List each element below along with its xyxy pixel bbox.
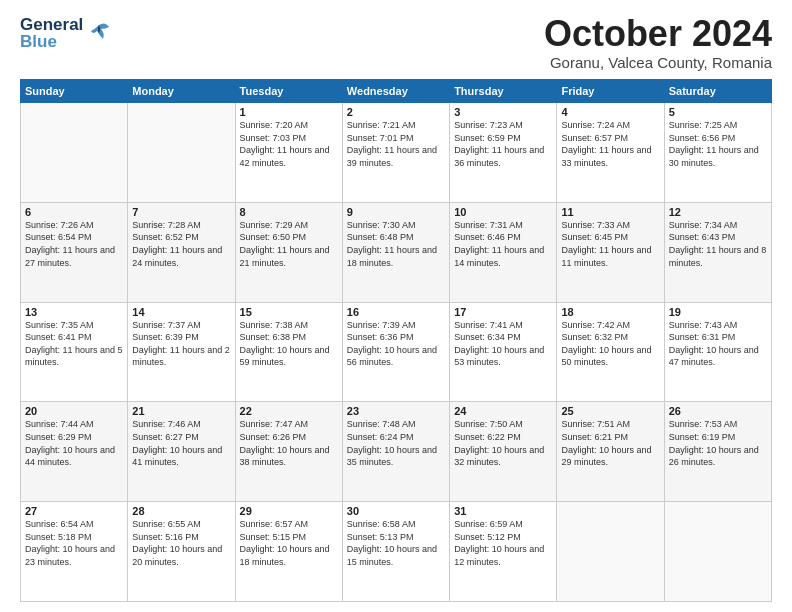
day-number: 16 [347,306,445,318]
col-tuesday: Tuesday [235,80,342,103]
day-number: 17 [454,306,552,318]
day-number: 9 [347,206,445,218]
day-info: Sunrise: 7:37 AMSunset: 6:39 PMDaylight:… [132,319,230,369]
day-number: 10 [454,206,552,218]
table-row: 29Sunrise: 6:57 AMSunset: 5:15 PMDayligh… [235,502,342,602]
table-row: 12Sunrise: 7:34 AMSunset: 6:43 PMDayligh… [664,202,771,302]
day-number: 26 [669,405,767,417]
logo-bird-icon [85,19,113,47]
day-info: Sunrise: 6:55 AMSunset: 5:16 PMDaylight:… [132,518,230,568]
day-info: Sunrise: 7:33 AMSunset: 6:45 PMDaylight:… [561,219,659,269]
table-row: 5Sunrise: 7:25 AMSunset: 6:56 PMDaylight… [664,103,771,203]
day-number: 22 [240,405,338,417]
calendar-row: 20Sunrise: 7:44 AMSunset: 6:29 PMDayligh… [21,402,772,502]
day-info: Sunrise: 7:24 AMSunset: 6:57 PMDaylight:… [561,119,659,169]
calendar-row: 6Sunrise: 7:26 AMSunset: 6:54 PMDaylight… [21,202,772,302]
day-info: Sunrise: 7:48 AMSunset: 6:24 PMDaylight:… [347,418,445,468]
page: General Blue October 2024 Goranu, Valcea… [0,0,792,612]
calendar-header-row: Sunday Monday Tuesday Wednesday Thursday… [21,80,772,103]
table-row: 8Sunrise: 7:29 AMSunset: 6:50 PMDaylight… [235,202,342,302]
table-row: 26Sunrise: 7:53 AMSunset: 6:19 PMDayligh… [664,402,771,502]
logo: General Blue [20,16,113,50]
day-number: 12 [669,206,767,218]
day-info: Sunrise: 7:47 AMSunset: 6:26 PMDaylight:… [240,418,338,468]
day-number: 1 [240,106,338,118]
day-number: 20 [25,405,123,417]
calendar-row: 13Sunrise: 7:35 AMSunset: 6:41 PMDayligh… [21,302,772,402]
calendar-row: 27Sunrise: 6:54 AMSunset: 5:18 PMDayligh… [21,502,772,602]
day-number: 27 [25,505,123,517]
day-info: Sunrise: 7:50 AMSunset: 6:22 PMDaylight:… [454,418,552,468]
day-info: Sunrise: 7:43 AMSunset: 6:31 PMDaylight:… [669,319,767,369]
day-info: Sunrise: 7:21 AMSunset: 7:01 PMDaylight:… [347,119,445,169]
calendar-table: Sunday Monday Tuesday Wednesday Thursday… [20,79,772,602]
table-row: 31Sunrise: 6:59 AMSunset: 5:12 PMDayligh… [450,502,557,602]
calendar-row: 1Sunrise: 7:20 AMSunset: 7:03 PMDaylight… [21,103,772,203]
day-info: Sunrise: 7:46 AMSunset: 6:27 PMDaylight:… [132,418,230,468]
day-info: Sunrise: 7:29 AMSunset: 6:50 PMDaylight:… [240,219,338,269]
day-info: Sunrise: 7:42 AMSunset: 6:32 PMDaylight:… [561,319,659,369]
day-number: 18 [561,306,659,318]
table-row: 2Sunrise: 7:21 AMSunset: 7:01 PMDaylight… [342,103,449,203]
day-number: 13 [25,306,123,318]
table-row: 3Sunrise: 7:23 AMSunset: 6:59 PMDaylight… [450,103,557,203]
day-info: Sunrise: 7:26 AMSunset: 6:54 PMDaylight:… [25,219,123,269]
day-number: 2 [347,106,445,118]
day-number: 30 [347,505,445,517]
day-info: Sunrise: 6:59 AMSunset: 5:12 PMDaylight:… [454,518,552,568]
day-info: Sunrise: 6:54 AMSunset: 5:18 PMDaylight:… [25,518,123,568]
table-row: 11Sunrise: 7:33 AMSunset: 6:45 PMDayligh… [557,202,664,302]
table-row: 6Sunrise: 7:26 AMSunset: 6:54 PMDaylight… [21,202,128,302]
table-row: 28Sunrise: 6:55 AMSunset: 5:16 PMDayligh… [128,502,235,602]
table-row [128,103,235,203]
table-row: 14Sunrise: 7:37 AMSunset: 6:39 PMDayligh… [128,302,235,402]
day-number: 6 [25,206,123,218]
day-number: 21 [132,405,230,417]
table-row: 13Sunrise: 7:35 AMSunset: 6:41 PMDayligh… [21,302,128,402]
day-number: 11 [561,206,659,218]
table-row: 4Sunrise: 7:24 AMSunset: 6:57 PMDaylight… [557,103,664,203]
table-row: 20Sunrise: 7:44 AMSunset: 6:29 PMDayligh… [21,402,128,502]
day-info: Sunrise: 7:41 AMSunset: 6:34 PMDaylight:… [454,319,552,369]
day-number: 4 [561,106,659,118]
day-info: Sunrise: 7:23 AMSunset: 6:59 PMDaylight:… [454,119,552,169]
day-number: 7 [132,206,230,218]
day-info: Sunrise: 7:53 AMSunset: 6:19 PMDaylight:… [669,418,767,468]
table-row: 19Sunrise: 7:43 AMSunset: 6:31 PMDayligh… [664,302,771,402]
col-saturday: Saturday [664,80,771,103]
day-info: Sunrise: 7:38 AMSunset: 6:38 PMDaylight:… [240,319,338,369]
day-number: 25 [561,405,659,417]
day-info: Sunrise: 7:25 AMSunset: 6:56 PMDaylight:… [669,119,767,169]
location: Goranu, Valcea County, Romania [544,54,772,71]
header-right: October 2024 Goranu, Valcea County, Roma… [544,16,772,71]
table-row [21,103,128,203]
table-row: 22Sunrise: 7:47 AMSunset: 6:26 PMDayligh… [235,402,342,502]
table-row: 17Sunrise: 7:41 AMSunset: 6:34 PMDayligh… [450,302,557,402]
day-number: 14 [132,306,230,318]
col-sunday: Sunday [21,80,128,103]
day-info: Sunrise: 7:30 AMSunset: 6:48 PMDaylight:… [347,219,445,269]
table-row: 25Sunrise: 7:51 AMSunset: 6:21 PMDayligh… [557,402,664,502]
day-info: Sunrise: 7:20 AMSunset: 7:03 PMDaylight:… [240,119,338,169]
table-row [557,502,664,602]
day-number: 3 [454,106,552,118]
table-row: 21Sunrise: 7:46 AMSunset: 6:27 PMDayligh… [128,402,235,502]
day-info: Sunrise: 6:57 AMSunset: 5:15 PMDaylight:… [240,518,338,568]
day-info: Sunrise: 7:31 AMSunset: 6:46 PMDaylight:… [454,219,552,269]
table-row: 30Sunrise: 6:58 AMSunset: 5:13 PMDayligh… [342,502,449,602]
col-thursday: Thursday [450,80,557,103]
table-row: 18Sunrise: 7:42 AMSunset: 6:32 PMDayligh… [557,302,664,402]
month-title: October 2024 [544,16,772,52]
table-row: 16Sunrise: 7:39 AMSunset: 6:36 PMDayligh… [342,302,449,402]
table-row: 24Sunrise: 7:50 AMSunset: 6:22 PMDayligh… [450,402,557,502]
day-number: 24 [454,405,552,417]
logo-blue: Blue [20,33,83,50]
day-number: 28 [132,505,230,517]
day-number: 19 [669,306,767,318]
table-row: 1Sunrise: 7:20 AMSunset: 7:03 PMDaylight… [235,103,342,203]
day-number: 8 [240,206,338,218]
table-row [664,502,771,602]
table-row: 10Sunrise: 7:31 AMSunset: 6:46 PMDayligh… [450,202,557,302]
col-friday: Friday [557,80,664,103]
header: General Blue October 2024 Goranu, Valcea… [20,16,772,71]
